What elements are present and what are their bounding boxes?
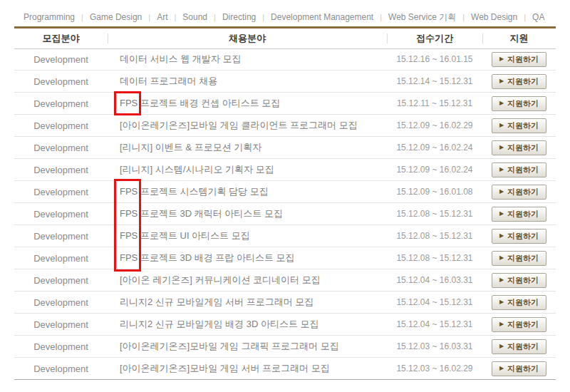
job-field-label: Development: [14, 341, 108, 352]
apply-button[interactable]: ▶ 지원하기: [492, 74, 546, 89]
arrow-right-icon: ▶: [499, 366, 504, 371]
table-row: Development FPS 프로젝트 UI 아티스트 모집 15.12.08…: [14, 225, 556, 247]
job-period-text: 15.12.09 ~ 16.02.24: [387, 165, 482, 175]
nav-item-programming[interactable]: Programming: [24, 12, 81, 22]
apply-button[interactable]: ▶ 지원하기: [492, 163, 546, 177]
apply-button-label: 지원하기: [507, 143, 539, 153]
apply-button-label: 지원하기: [507, 297, 539, 308]
table-row: Development [아이온레기온즈]모바일 게임 그래픽 프로그래머 모집…: [14, 336, 556, 358]
job-apply-cell: ▶ 지원하기: [482, 317, 556, 332]
arrow-right-icon: ▶: [499, 344, 504, 349]
table-row: Development [리니지] 이벤트 & 프로모션 기획자 15.12.0…: [14, 137, 556, 159]
apply-button[interactable]: ▶ 지원하기: [492, 207, 546, 222]
apply-button-label: 지원하기: [507, 76, 539, 87]
job-period-text: 15.12.04 ~ 16.03.31: [387, 275, 482, 285]
job-period-text: 15.12.08 ~ 15.12.31: [387, 253, 482, 263]
annotation-box-fps-single: [114, 91, 141, 115]
job-period-text: 15.12.08 ~ 15.12.31: [387, 231, 482, 241]
nav-item-sound[interactable]: Sound: [176, 12, 214, 22]
job-field-label: Development: [14, 319, 108, 330]
job-period-text: 15.12.08 ~ 15.12.31: [387, 209, 482, 219]
nav-item-qa[interactable]: QA: [526, 12, 551, 22]
apply-button-label: 지원하기: [507, 54, 539, 65]
apply-button[interactable]: ▶ 지원하기: [492, 118, 546, 133]
arrow-right-icon: ▶: [499, 78, 504, 84]
table-header-row: 모집분야 채용분야 접수기간 지원: [14, 29, 556, 49]
job-title-link[interactable]: [아이온 레기온즈] 커뮤니케이션 코디네이터 모집: [108, 274, 387, 287]
table-row: Development FPS 프로젝트 3D 캐릭터 아티스트 모집 15.1…: [14, 203, 556, 225]
job-apply-cell: ▶ 지원하기: [482, 273, 556, 288]
arrow-right-icon: ▶: [499, 233, 504, 239]
nav-item-development-management[interactable]: Development Management: [264, 12, 380, 22]
job-title-link[interactable]: 리니지2 신규 모바일게임 서버 프로그래머 모집: [108, 296, 387, 309]
apply-button[interactable]: ▶ 지원하기: [492, 361, 546, 376]
job-title-link[interactable]: [리니지] 시스템/시나리오 기획자 모집: [108, 163, 387, 176]
nav-item-web-design[interactable]: Web Design: [465, 12, 524, 22]
arrow-right-icon: ▶: [499, 321, 504, 327]
job-title-link[interactable]: FPS 프로젝트 시스템기획 담당 모집: [108, 185, 387, 198]
job-apply-cell: ▶ 지원하기: [482, 140, 556, 155]
job-field-label: Development: [14, 76, 108, 87]
nav-item-web-service[interactable]: Web Service 기획: [382, 11, 462, 24]
table-row: Development FPS 프로젝트 3D 배경 프랍 아티스트 모집 15…: [14, 247, 556, 269]
job-title-link[interactable]: [아이온레기온즈]모바일 게임 서버 프로그래머 모집: [108, 362, 387, 375]
arrow-right-icon: ▶: [499, 255, 504, 261]
job-title-link[interactable]: FPS 프로젝트 3D 배경 프랍 아티스트 모집: [108, 252, 387, 264]
nav-item-directing[interactable]: Directing: [216, 12, 262, 22]
apply-button[interactable]: ▶ 지원하기: [492, 317, 546, 332]
job-title-link[interactable]: FPS 프로젝트 배경 컨셉 아티스트 모집: [108, 97, 387, 110]
job-period-text: 15.12.09 ~ 16.02.29: [387, 120, 482, 130]
apply-button-label: 지원하기: [507, 253, 539, 264]
job-period-text: 15.12.16 ~ 16.01.15: [387, 54, 482, 64]
job-period-text: 15.12.04 ~ 15.12.31: [387, 297, 482, 307]
table-row: Development [아이온레기온즈]모바일 게임 클라이언트 프로그래머 …: [14, 115, 556, 137]
apply-button[interactable]: ▶ 지원하기: [492, 251, 546, 266]
job-title-link[interactable]: [아이온레기온즈]모바일 게임 그래픽 프로그래머 모집: [108, 340, 387, 353]
job-apply-cell: ▶ 지원하기: [482, 339, 556, 354]
arrow-right-icon: ▶: [499, 167, 504, 172]
apply-button[interactable]: ▶ 지원하기: [492, 185, 546, 200]
apply-button[interactable]: ▶ 지원하기: [492, 140, 546, 155]
job-title-link[interactable]: 데이터 서비스 웹 개발자 모집: [108, 53, 387, 66]
table-row: Development 데이터 서비스 웹 개발자 모집 15.12.16 ~ …: [14, 48, 556, 71]
apply-button[interactable]: ▶ 지원하기: [492, 52, 546, 67]
job-field-label: Development: [14, 98, 108, 109]
job-apply-cell: ▶ 지원하기: [482, 74, 556, 89]
apply-button[interactable]: ▶ 지원하기: [492, 339, 546, 354]
annotation-box-fps-group: [114, 179, 141, 272]
apply-button-label: 지원하기: [507, 231, 539, 242]
column-header-category: 채용분야: [108, 32, 387, 45]
apply-button[interactable]: ▶ 지원하기: [492, 273, 546, 288]
apply-button[interactable]: ▶ 지원하기: [492, 96, 546, 111]
apply-button-label: 지원하기: [507, 275, 539, 286]
job-title-link[interactable]: FPS 프로젝트 UI 아티스트 모집: [108, 229, 387, 242]
job-field-label: Development: [14, 165, 108, 175]
job-apply-cell: ▶ 지원하기: [482, 96, 556, 111]
nav-item-art[interactable]: Art: [150, 12, 174, 22]
job-title-link[interactable]: 데이터 프로그래머 채용: [108, 75, 387, 88]
job-title-link[interactable]: [아이온레기온즈]모바일 게임 클라이언트 프로그래머 모집: [108, 119, 387, 132]
arrow-right-icon: ▶: [499, 123, 504, 128]
apply-button[interactable]: ▶ 지원하기: [492, 295, 546, 310]
apply-button-label: 지원하기: [507, 187, 539, 197]
arrow-right-icon: ▶: [499, 299, 504, 305]
apply-button-label: 지원하기: [507, 209, 539, 220]
table-row: Development [아이온레기온즈]모바일 게임 서버 프로그래머 모집 …: [14, 358, 556, 380]
apply-button[interactable]: ▶ 지원하기: [492, 229, 546, 244]
job-field-label: Development: [14, 120, 108, 131]
job-title-link[interactable]: [리니지] 이벤트 & 프로모션 기획자: [108, 141, 387, 154]
table-row: Development 리니지2 신규 모바일게임 서버 프로그래머 모집 15…: [14, 292, 556, 314]
job-field-label: Development: [14, 187, 108, 197]
job-title-link[interactable]: 리니지2 신규 모바일게임 배경 3D 아티스트 모집: [108, 318, 387, 331]
job-table-body: Development 데이터 서비스 웹 개발자 모집 15.12.16 ~ …: [14, 48, 556, 380]
nav-item-game-design[interactable]: Game Design: [83, 12, 148, 22]
job-period-text: 15.12.04 ~ 15.12.31: [387, 319, 482, 329]
column-header-period: 접수기간: [387, 32, 482, 45]
table-row: Development [아이온 레기온즈] 커뮤니케이션 코디네이터 모집 1…: [14, 269, 556, 292]
table-row: Development FPS 프로젝트 배경 컨셉 아티스트 모집 15.12…: [14, 93, 556, 115]
job-apply-cell: ▶ 지원하기: [482, 207, 556, 222]
column-header-field: 모집분야: [14, 32, 108, 45]
job-title-link[interactable]: FPS 프로젝트 3D 캐릭터 아티스트 모집: [108, 207, 387, 220]
apply-button-label: 지원하기: [507, 319, 539, 330]
job-apply-cell: ▶ 지원하기: [482, 295, 556, 310]
